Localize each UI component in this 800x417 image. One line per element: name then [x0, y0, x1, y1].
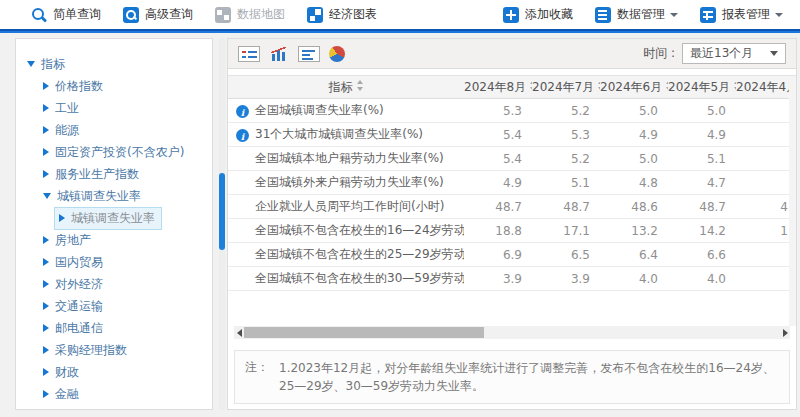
tree-arrow-icon[interactable]	[43, 236, 49, 244]
tree-arrow-icon[interactable]	[43, 82, 49, 90]
sidebar-tree-item[interactable]: 指标	[16, 53, 212, 75]
tree-arrow-icon[interactable]	[43, 126, 49, 134]
sidebar-tree-item[interactable]: 对外经济	[16, 273, 212, 295]
info-icon[interactable]	[236, 105, 249, 118]
pie-chart-view-icon[interactable]	[329, 46, 345, 62]
value-cell: 1	[736, 219, 797, 243]
info-icon[interactable]	[236, 129, 249, 142]
indicator-cell: 全国城镇调查失业率(%)	[228, 99, 464, 123]
tree-node[interactable]: 国内贸易	[38, 251, 110, 274]
tree-node[interactable]: 采购经理指数	[38, 339, 134, 362]
table-header-row: 指标 2024年8月 2024年7月 2024年6月 2024年5月 2024年…	[228, 76, 797, 99]
indicator-cell: 全国城镇不包含在校生的25—29岁劳动力失业率(%)	[228, 243, 464, 267]
tree-arrow-icon[interactable]	[43, 193, 51, 199]
sidebar-tree: 指标 价格指数 工业 能源 固定资产投资(不含农户) 服务业生产指数 城镇调查失…	[16, 53, 212, 405]
value-cell: 4.9	[464, 171, 532, 195]
tree-node[interactable]: 交通运输	[38, 295, 110, 318]
tree-node[interactable]: 价格指数	[38, 75, 110, 98]
tree-node[interactable]: 能源	[38, 119, 86, 142]
tree-arrow-icon[interactable]	[43, 280, 49, 288]
tree-arrow-icon[interactable]	[59, 214, 65, 222]
topbar-item[interactable]: 经济图表	[296, 6, 388, 23]
indicator-cell: 全国城镇不包含在校生的30—59岁劳动力失业率(%)	[228, 267, 464, 291]
table-row: 全国城镇调查失业率(%) 5.35.25.05.0	[228, 99, 797, 123]
tree-node[interactable]: 指标	[22, 53, 72, 76]
tree-node[interactable]: 城镇调查失业率	[38, 185, 148, 208]
bar-chart-view-icon[interactable]	[298, 46, 320, 62]
sidebar-tree-item[interactable]: 采购经理指数	[16, 339, 212, 361]
tree-node[interactable]: 固定资产投资(不含农户)	[38, 141, 191, 164]
topbar-item[interactable]: 添加收藏	[492, 6, 584, 23]
sort-icon[interactable]	[666, 80, 668, 91]
tree-node[interactable]: 金融	[38, 383, 86, 406]
column-header[interactable]: 2024年5月	[668, 76, 736, 99]
topbar-item[interactable]: 报表管理	[689, 6, 794, 23]
splitter-scrollbar-thumb[interactable]	[219, 173, 225, 250]
value-cell	[736, 243, 797, 267]
scroll-left-arrow[interactable]	[234, 326, 244, 339]
sort-icon[interactable]	[734, 80, 736, 91]
topbar-item[interactable]: 数据管理	[584, 6, 689, 23]
tree-node[interactable]: 工业	[38, 97, 86, 120]
report-management-icon	[700, 7, 716, 23]
sidebar-tree-item[interactable]: 财政	[16, 361, 212, 383]
tree-arrow-icon[interactable]	[43, 346, 49, 354]
tree-arrow-icon[interactable]	[43, 148, 49, 156]
column-header[interactable]: 2024年7月	[532, 76, 600, 99]
sidebar-tree-item[interactable]: 工业	[16, 97, 212, 119]
tree-arrow-icon[interactable]	[43, 258, 49, 266]
topbar-item[interactable]: 高级查询	[112, 6, 204, 23]
tree-arrow-icon[interactable]	[43, 302, 49, 310]
horizontal-scrollbar-thumb[interactable]	[244, 327, 484, 338]
tree-node[interactable]: 服务业生产指数	[38, 163, 146, 186]
column-chart-view-icon[interactable]	[269, 45, 289, 63]
sidebar-tree-item[interactable]: 城镇调查失业率	[16, 185, 212, 207]
top-toolbar: 简单查询 高级查询 数据地图 经济图表 添加收藏 数据管理 报表管理	[0, 0, 800, 29]
value-cell: 4.7	[668, 171, 736, 195]
indicator-cell: 全国城镇本地户籍劳动力失业率(%)	[228, 147, 464, 171]
sort-icon[interactable]	[598, 80, 600, 91]
topbar-item[interactable]: 简单查询	[20, 6, 112, 23]
sidebar-tree-item[interactable]: 交通运输	[16, 295, 212, 317]
topbar-item[interactable]: 数据地图	[204, 6, 296, 23]
tree-node[interactable]: 邮电通信	[38, 317, 110, 340]
sidebar-tree-item[interactable]: 城镇调查失业率	[16, 207, 212, 229]
main-panel: 时间 : 最近13个月 指标 2024年8月 2024年7月 2024年6月 2…	[227, 38, 797, 410]
tree-arrow-icon[interactable]	[43, 170, 49, 178]
tree-arrow-icon[interactable]	[43, 324, 49, 332]
time-range-select[interactable]: 最近13个月	[682, 43, 786, 64]
tree-node[interactable]: 财政	[38, 361, 86, 384]
horizontal-scrollbar[interactable]	[234, 326, 790, 339]
sidebar-tree-item[interactable]: 房地产	[16, 229, 212, 251]
scroll-right-arrow[interactable]	[780, 326, 790, 339]
column-header[interactable]: 2024年4月	[736, 76, 797, 99]
sidebar-tree-item[interactable]: 服务业生产指数	[16, 163, 212, 185]
tree-node[interactable]: 对外经济	[38, 273, 110, 296]
sidebar-tree-item[interactable]: 固定资产投资(不含农户)	[16, 141, 212, 163]
tree-arrow-icon[interactable]	[43, 368, 49, 376]
tree-arrow-icon[interactable]	[43, 390, 49, 398]
sidebar-tree-item[interactable]: 金融	[16, 383, 212, 405]
list-view-icon[interactable]	[238, 46, 260, 62]
column-header-label: 指标	[329, 80, 353, 94]
sidebar-tree-item[interactable]: 能源	[16, 119, 212, 141]
column-header[interactable]: 指标	[228, 76, 464, 99]
sidebar-tree-item[interactable]: 价格指数	[16, 75, 212, 97]
sidebar-tree-item[interactable]: 邮电通信	[16, 317, 212, 339]
value-cell: 5.2	[532, 147, 600, 171]
value-cell: 5.0	[600, 99, 668, 123]
value-cell: 4.8	[600, 171, 668, 195]
value-cell: 3.9	[532, 267, 600, 291]
sort-icon[interactable]	[357, 80, 364, 91]
tree-node[interactable]: 房地产	[38, 229, 98, 252]
column-header[interactable]: 2024年8月	[464, 76, 532, 99]
tree-node[interactable]: 城镇调查失业率	[54, 207, 162, 230]
sort-icon[interactable]	[530, 80, 532, 91]
tree-arrow-icon[interactable]	[43, 104, 49, 112]
tree-arrow-icon[interactable]	[27, 61, 35, 67]
column-header[interactable]: 2024年6月	[600, 76, 668, 99]
tree-item-label: 工业	[55, 100, 79, 117]
vertical-scrollbar-track[interactable]	[789, 76, 796, 326]
sidebar-tree-item[interactable]: 国内贸易	[16, 251, 212, 273]
value-cell	[736, 99, 797, 123]
